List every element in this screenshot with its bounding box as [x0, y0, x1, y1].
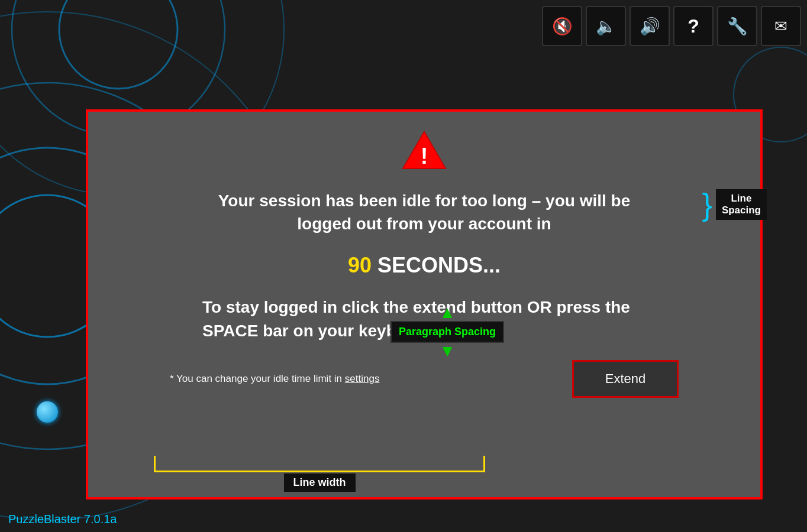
paragraph-arrow-down: ▼: [439, 343, 456, 359]
mute-button[interactable]: 🔇: [542, 6, 582, 46]
help-button[interactable]: ?: [673, 6, 714, 46]
volume-low-button[interactable]: 🔈: [586, 6, 626, 46]
countdown-suffix: SECONDS...: [372, 253, 501, 277]
paragraph-arrow-up: ▲: [439, 304, 456, 321]
line-spacing-annotation: } Line Spacing: [702, 189, 767, 220]
volume-high-button[interactable]: 🔊: [630, 6, 670, 46]
line-width-bracket: [154, 456, 485, 472]
paragraph-spacing-label: Paragraph Spacing: [390, 321, 504, 343]
idle-message: Your session has been idle for too long …: [202, 189, 646, 235]
mute-icon: 🔇: [552, 17, 573, 36]
settings-link[interactable]: settings: [345, 373, 380, 384]
line-spacing-label: Line Spacing: [716, 189, 767, 220]
settings-icon: 🔧: [727, 17, 748, 36]
blue-ball: [37, 401, 58, 423]
warning-icon: !: [401, 129, 448, 177]
email-icon: ✉: [774, 17, 787, 35]
countdown: 90 SECONDS...: [348, 253, 501, 278]
email-button[interactable]: ✉: [761, 6, 801, 46]
paragraph-spacing-annotation: ▲ Paragraph Spacing ▼: [390, 304, 504, 359]
help-icon: ?: [687, 15, 699, 37]
extend-button[interactable]: Extend: [572, 360, 679, 398]
svg-text:!: !: [421, 144, 428, 168]
line-spacing-bracket: }: [702, 189, 712, 220]
volume-high-icon: 🔊: [640, 17, 660, 36]
line-width-annotation: Line width: [154, 456, 485, 492]
settings-note-text: * You can change your idle time limit in: [170, 373, 345, 384]
app-version: PuzzleBlaster 7.0.1a: [8, 512, 117, 526]
countdown-number: 90: [348, 253, 372, 277]
toolbar: 🔇 🔈 🔊 ? 🔧 ✉: [542, 6, 801, 46]
settings-note: * You can change your idle time limit in…: [170, 373, 379, 385]
settings-button[interactable]: 🔧: [717, 6, 757, 46]
line-width-label: Line width: [284, 473, 356, 492]
bottom-row: * You can change your idle time limit in…: [170, 360, 679, 398]
volume-low-icon: 🔈: [596, 17, 616, 36]
